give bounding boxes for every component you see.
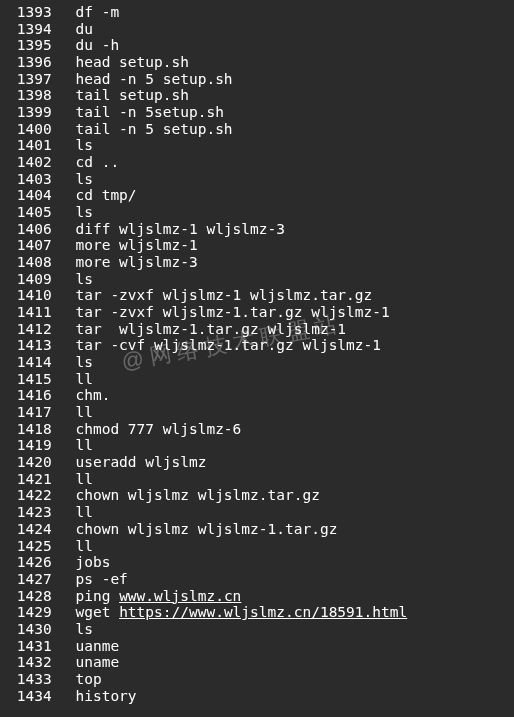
- history-command: diff wljslmz-1 wljslmz-3: [75, 221, 285, 238]
- history-lineno: 1419: [8, 437, 58, 454]
- history-lineno: 1433: [8, 671, 58, 688]
- history-row: 1431 uanme: [8, 638, 510, 655]
- history-command: history: [75, 688, 136, 705]
- history-lineno: 1401: [8, 137, 58, 154]
- history-lineno: 1415: [8, 371, 58, 388]
- history-lineno: 1398: [8, 87, 58, 104]
- history-row: 1407 more wljslmz-1: [8, 237, 510, 254]
- history-lineno: 1434: [8, 688, 58, 705]
- history-command: more wljslmz-3: [75, 254, 197, 271]
- history-lineno: 1421: [8, 471, 58, 488]
- history-command: head -n 5 setup.sh: [75, 71, 232, 88]
- history-row: 1428 ping www.wljslmz.cn: [8, 588, 510, 605]
- history-command: top: [75, 671, 101, 688]
- history-command: useradd wljslmz: [75, 454, 206, 471]
- history-lineno: 1403: [8, 171, 58, 188]
- history-lineno: 1416: [8, 387, 58, 404]
- history-lineno: 1408: [8, 254, 58, 271]
- history-command: chown wljslmz wljslmz-1.tar.gz: [75, 521, 337, 538]
- history-lineno: 1420: [8, 454, 58, 471]
- history-command: jobs: [75, 554, 110, 571]
- history-command: ls: [75, 271, 92, 288]
- history-command: wget https://www.wljslmz.cn/18591.html: [75, 604, 407, 621]
- history-command: chown wljslmz wljslmz.tar.gz: [75, 487, 319, 504]
- history-command: cd tmp/: [75, 187, 136, 204]
- history-command: head setup.sh: [75, 54, 189, 71]
- history-row: 1427 ps -ef: [8, 571, 510, 588]
- history-link[interactable]: www.wljslmz.cn: [119, 588, 241, 604]
- history-command: tail -n 5setup.sh: [75, 104, 223, 121]
- history-lineno: 1424: [8, 521, 58, 538]
- history-command: uname: [75, 654, 119, 671]
- terminal-output: 1393 df -m 1394 du 1395 du -h 1396 head …: [8, 4, 510, 704]
- history-row: 1413 tar -cvf wljslmz-1.tar.gz wljslmz-1: [8, 337, 510, 354]
- history-row: 1416 chm.: [8, 387, 510, 404]
- history-row: 1411 tar -zvxf wljslmz-1.tar.gz wljslmz-…: [8, 304, 510, 321]
- history-command: ps -ef: [75, 571, 127, 588]
- history-row: 1430 ls: [8, 621, 510, 638]
- history-lineno: 1432: [8, 654, 58, 671]
- history-command: ll: [75, 471, 92, 488]
- history-row: 1433 top: [8, 671, 510, 688]
- history-row: 1399 tail -n 5setup.sh: [8, 104, 510, 121]
- history-lineno: 1399: [8, 104, 58, 121]
- history-command: ll: [75, 371, 92, 388]
- history-row: 1404 cd tmp/: [8, 187, 510, 204]
- history-command: ls: [75, 621, 92, 638]
- history-lineno: 1427: [8, 571, 58, 588]
- history-lineno: 1426: [8, 554, 58, 571]
- history-command: ll: [75, 404, 92, 421]
- history-lineno: 1397: [8, 71, 58, 88]
- history-lineno: 1404: [8, 187, 58, 204]
- history-command: du -h: [75, 37, 119, 54]
- history-lineno: 1417: [8, 404, 58, 421]
- history-row: 1405 ls: [8, 204, 510, 221]
- history-command: ll: [75, 437, 92, 454]
- history-lineno: 1406: [8, 221, 58, 238]
- history-command: ls: [75, 171, 92, 188]
- history-row: 1395 du -h: [8, 37, 510, 54]
- history-row: 1394 du: [8, 21, 510, 38]
- history-row: 1418 chmod 777 wljslmz-6: [8, 421, 510, 438]
- history-link[interactable]: https://www.wljslmz.cn/18591.html: [119, 604, 407, 620]
- history-row: 1393 df -m: [8, 4, 510, 21]
- history-lineno: 1402: [8, 154, 58, 171]
- history-row: 1412 tar wljslmz-1.tar.gz wljslmz-1: [8, 321, 510, 338]
- history-row: 1424 chown wljslmz wljslmz-1.tar.gz: [8, 521, 510, 538]
- history-lineno: 1410: [8, 287, 58, 304]
- history-command: ll: [75, 538, 92, 555]
- history-command: ping www.wljslmz.cn: [75, 588, 241, 605]
- history-lineno: 1414: [8, 354, 58, 371]
- history-row: 1400 tail -n 5 setup.sh: [8, 121, 510, 138]
- history-lineno: 1400: [8, 121, 58, 138]
- history-command: chmod 777 wljslmz-6: [75, 421, 241, 438]
- history-row: 1426 jobs: [8, 554, 510, 571]
- history-row: 1409 ls: [8, 271, 510, 288]
- history-lineno: 1405: [8, 204, 58, 221]
- history-command: cd ..: [75, 154, 119, 171]
- history-command: tail -n 5 setup.sh: [75, 121, 232, 138]
- history-lineno: 1428: [8, 588, 58, 605]
- history-lineno: 1412: [8, 321, 58, 338]
- history-command: uanme: [75, 638, 119, 655]
- history-row: 1410 tar -zvxf wljslmz-1 wljslmz.tar.gz: [8, 287, 510, 304]
- history-command: more wljslmz-1: [75, 237, 197, 254]
- history-lineno: 1407: [8, 237, 58, 254]
- history-row: 1419 ll: [8, 437, 510, 454]
- history-command: tar -zvxf wljslmz-1 wljslmz.tar.gz: [75, 287, 372, 304]
- history-row: 1408 more wljslmz-3: [8, 254, 510, 271]
- history-row: 1429 wget https://www.wljslmz.cn/18591.h…: [8, 604, 510, 621]
- history-lineno: 1409: [8, 271, 58, 288]
- history-row: 1434 history: [8, 688, 510, 705]
- history-row: 1421 ll: [8, 471, 510, 488]
- history-row: 1396 head setup.sh: [8, 54, 510, 71]
- history-lineno: 1425: [8, 538, 58, 555]
- shell-prompt-line[interactable]: root@LAPTOP-GMNG868P:/opt/tmp#: [8, 704, 510, 717]
- history-command: tar -zvxf wljslmz-1.tar.gz wljslmz-1: [75, 304, 389, 321]
- history-lineno: 1411: [8, 304, 58, 321]
- history-lineno: 1429: [8, 604, 58, 621]
- history-row: 1401 ls: [8, 137, 510, 154]
- history-row: 1398 tail setup.sh: [8, 87, 510, 104]
- history-command: tar -cvf wljslmz-1.tar.gz wljslmz-1: [75, 337, 381, 354]
- history-row: 1414 ls: [8, 354, 510, 371]
